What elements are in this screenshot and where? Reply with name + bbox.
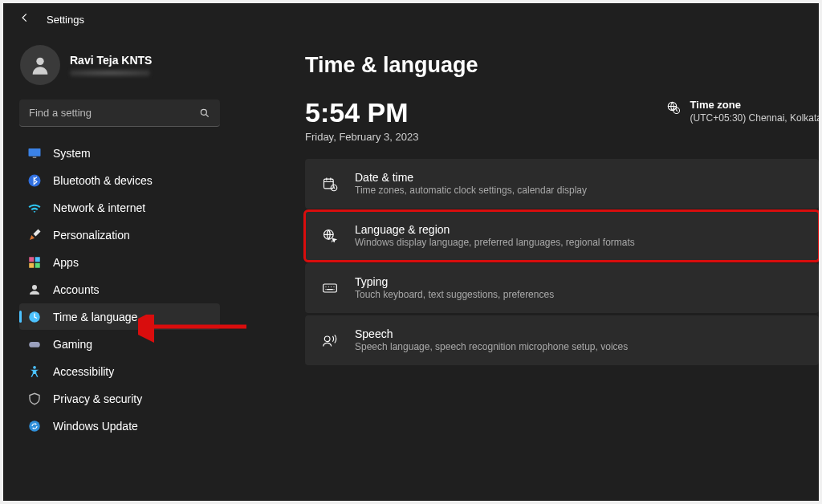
sidebar-item-label: Apps bbox=[53, 256, 79, 269]
shield-icon bbox=[27, 392, 42, 406]
profile-name: Ravi Teja KNTS bbox=[70, 54, 152, 67]
sidebar-item-label: Accounts bbox=[53, 283, 100, 296]
globe-language-icon: A bbox=[321, 227, 339, 245]
card-sub: Time zones, automatic clock settings, ca… bbox=[355, 185, 587, 197]
profile-email-redacted bbox=[70, 70, 150, 76]
timezone-icon bbox=[666, 100, 681, 115]
timezone-block[interactable]: Time zone (UTC+05:30) Chennai, Kolkata bbox=[666, 99, 819, 124]
svg-rect-7 bbox=[35, 257, 40, 262]
svg-rect-3 bbox=[29, 148, 41, 156]
svg-point-14 bbox=[29, 421, 40, 432]
page-title: Time & language bbox=[305, 53, 819, 78]
sidebar-item-accounts[interactable]: Accounts bbox=[19, 276, 220, 303]
card-language-region[interactable]: A Language & region Windows display lang… bbox=[305, 211, 819, 261]
search-icon bbox=[199, 108, 210, 119]
search-box[interactable] bbox=[19, 100, 220, 127]
card-title: Date & time bbox=[355, 170, 587, 185]
sidebar-item-bluetooth[interactable]: Bluetooth & devices bbox=[19, 167, 220, 193]
sidebar-item-time-language[interactable]: Time & language bbox=[19, 303, 220, 330]
card-date-time[interactable]: Date & time Time zones, automatic clock … bbox=[305, 159, 819, 209]
sidebar-item-system[interactable]: System bbox=[19, 140, 220, 166]
clock-globe-icon bbox=[27, 310, 42, 324]
titlebar: Settings bbox=[3, 3, 819, 35]
svg-rect-6 bbox=[29, 257, 34, 262]
card-sub: Speech language, speech recognition micr… bbox=[355, 341, 628, 354]
calendar-clock-icon bbox=[321, 175, 339, 193]
keyboard-icon bbox=[321, 279, 339, 297]
sidebar-item-privacy[interactable]: Privacy & security bbox=[19, 385, 220, 412]
svg-text:A: A bbox=[332, 238, 336, 243]
sidebar-item-gaming[interactable]: Gaming bbox=[19, 331, 220, 357]
sidebar-item-apps[interactable]: Apps bbox=[19, 249, 220, 275]
card-typing[interactable]: Typing Touch keyboard, text suggestions,… bbox=[305, 263, 819, 313]
sidebar-item-accessibility[interactable]: Accessibility bbox=[19, 358, 220, 384]
sidebar-item-personalization[interactable]: Personalization bbox=[19, 222, 220, 248]
time-summary: 5:54 PM Friday, February 3, 2023 Time zo… bbox=[305, 99, 819, 143]
nav: System Bluetooth & devices Network & int… bbox=[19, 140, 220, 439]
svg-rect-9 bbox=[35, 262, 40, 267]
timezone-label: Time zone bbox=[690, 99, 819, 112]
settings-window: Settings Ravi Teja KNTS System bbox=[3, 3, 819, 501]
person-icon bbox=[27, 282, 42, 297]
svg-rect-4 bbox=[33, 156, 37, 158]
timezone-value: (UTC+05:30) Chennai, Kolkata bbox=[690, 112, 819, 124]
paintbrush-icon bbox=[27, 228, 42, 242]
sidebar-item-label: Windows Update bbox=[53, 420, 138, 433]
sidebar: Ravi Teja KNTS System Bluetooth & device… bbox=[3, 35, 228, 501]
svg-rect-12 bbox=[29, 342, 40, 348]
sidebar-item-network[interactable]: Network & internet bbox=[19, 194, 220, 221]
card-title: Language & region bbox=[355, 222, 635, 237]
svg-point-10 bbox=[32, 285, 37, 290]
app-title: Settings bbox=[47, 14, 84, 26]
bluetooth-icon bbox=[27, 173, 42, 188]
sidebar-item-label: Privacy & security bbox=[53, 392, 142, 405]
search-input[interactable] bbox=[29, 107, 199, 119]
card-sub: Touch keyboard, text suggestions, prefer… bbox=[355, 289, 554, 302]
svg-rect-21 bbox=[324, 284, 337, 292]
sidebar-item-label: System bbox=[53, 147, 91, 160]
card-title: Speech bbox=[355, 327, 628, 341]
svg-rect-17 bbox=[324, 179, 334, 189]
card-speech[interactable]: Speech Speech language, speech recogniti… bbox=[305, 315, 819, 365]
sidebar-item-label: Network & internet bbox=[53, 201, 145, 214]
main-panel: Time & language 5:54 PM Friday, February… bbox=[228, 35, 819, 501]
svg-rect-8 bbox=[29, 262, 34, 267]
update-icon bbox=[27, 419, 42, 433]
accessibility-icon bbox=[27, 364, 42, 379]
card-sub: Windows display language, preferred lang… bbox=[355, 237, 635, 250]
wifi-icon bbox=[27, 201, 42, 215]
sidebar-item-label: Personalization bbox=[53, 229, 130, 242]
sidebar-item-label: Bluetooth & devices bbox=[53, 174, 153, 187]
sidebar-item-label: Gaming bbox=[53, 338, 92, 351]
svg-point-22 bbox=[324, 336, 330, 342]
current-time: 5:54 PM bbox=[305, 99, 418, 126]
svg-point-5 bbox=[29, 174, 41, 186]
gamepad-icon bbox=[27, 337, 42, 352]
profile-block[interactable]: Ravi Teja KNTS bbox=[19, 45, 220, 85]
settings-cards: Date & time Time zones, automatic clock … bbox=[305, 159, 819, 365]
svg-line-2 bbox=[206, 114, 209, 116]
svg-point-13 bbox=[33, 365, 36, 368]
svg-point-0 bbox=[36, 58, 43, 65]
card-title: Typing bbox=[355, 274, 554, 289]
sidebar-item-update[interactable]: Windows Update bbox=[19, 413, 220, 439]
avatar bbox=[20, 45, 60, 85]
apps-icon bbox=[27, 255, 42, 270]
current-date: Friday, February 3, 2023 bbox=[305, 131, 418, 143]
back-button[interactable] bbox=[19, 12, 31, 26]
svg-point-1 bbox=[201, 109, 206, 115]
monitor-icon bbox=[27, 146, 42, 161]
sidebar-item-label: Accessibility bbox=[53, 365, 114, 378]
sidebar-item-label: Time & language bbox=[53, 311, 137, 323]
speech-icon bbox=[321, 331, 339, 349]
